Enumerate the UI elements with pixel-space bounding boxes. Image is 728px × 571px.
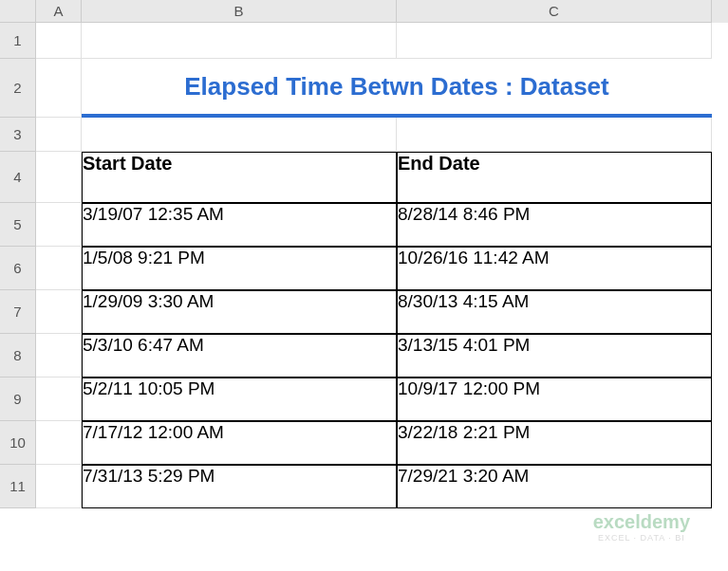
cell-c1[interactable] <box>397 23 712 59</box>
select-all-corner[interactable] <box>0 0 36 23</box>
column-header-a[interactable]: A <box>36 0 82 23</box>
row-header-10[interactable]: 10 <box>0 421 36 465</box>
cell-start-6[interactable]: 1/5/08 9:21 PM <box>82 247 397 290</box>
cell-end-10[interactable]: 3/22/18 2:21 PM <box>397 421 712 465</box>
cell-start-10[interactable]: 7/17/12 12:00 AM <box>82 421 397 465</box>
cell-a10[interactable] <box>36 421 82 465</box>
row-header-6[interactable]: 6 <box>0 247 36 290</box>
row-header-2[interactable]: 2 <box>0 59 36 118</box>
row-8: 5/3/10 6:47 AM 3/13/15 4:01 PM <box>36 334 728 378</box>
row-9: 5/2/11 10:05 PM 10/9/17 12:00 PM <box>36 378 728 421</box>
cell-start-11[interactable]: 7/31/13 5:29 PM <box>82 465 397 508</box>
header-start-date[interactable]: Start Date <box>82 152 397 203</box>
grid-body: 1 2 3 4 5 6 7 8 9 10 11 Elapsed Time Bet… <box>0 23 728 571</box>
row-header-5[interactable]: 5 <box>0 203 36 247</box>
column-header-b[interactable]: B <box>82 0 397 23</box>
row-header-11[interactable]: 11 <box>0 465 36 508</box>
cell-start-8[interactable]: 5/3/10 6:47 AM <box>82 334 397 378</box>
spreadsheet: A B C 1 2 3 4 5 6 7 8 9 10 11 Elapsed Ti <box>0 0 728 571</box>
column-header-c[interactable]: C <box>397 0 712 23</box>
row-1 <box>36 23 728 59</box>
cell-end-7[interactable]: 8/30/13 4:15 AM <box>397 290 712 334</box>
cell-a5[interactable] <box>36 203 82 247</box>
cell-b1[interactable] <box>82 23 397 59</box>
cells-area: Elapsed Time Betwn Dates : Dataset Start… <box>36 23 728 571</box>
cell-c3[interactable] <box>397 118 712 152</box>
row-7: 1/29/09 3:30 AM 8/30/13 4:15 AM <box>36 290 728 334</box>
row-5: 3/19/07 12:35 AM 8/28/14 8:46 PM <box>36 203 728 247</box>
row-header-4[interactable]: 4 <box>0 152 36 203</box>
cell-end-11[interactable]: 7/29/21 3:20 AM <box>397 465 712 508</box>
cell-a8[interactable] <box>36 334 82 378</box>
row-header-9[interactable]: 9 <box>0 378 36 421</box>
row-3 <box>36 118 728 152</box>
cell-a3[interactable] <box>36 118 82 152</box>
cell-a4[interactable] <box>36 152 82 203</box>
row-header-3[interactable]: 3 <box>0 118 36 152</box>
title-cell[interactable]: Elapsed Time Betwn Dates : Dataset <box>82 59 712 118</box>
cell-end-6[interactable]: 10/26/16 11:42 AM <box>397 247 712 290</box>
cell-b3[interactable] <box>82 118 397 152</box>
cell-a1[interactable] <box>36 23 82 59</box>
header-end-date[interactable]: End Date <box>397 152 712 203</box>
cell-start-9[interactable]: 5/2/11 10:05 PM <box>82 378 397 421</box>
cell-end-9[interactable]: 10/9/17 12:00 PM <box>397 378 712 421</box>
row-10: 7/17/12 12:00 AM 3/22/18 2:21 PM <box>36 421 728 465</box>
cell-a11[interactable] <box>36 465 82 508</box>
row-11: 7/31/13 5:29 PM 7/29/21 3:20 AM <box>36 465 728 508</box>
cell-start-7[interactable]: 1/29/09 3:30 AM <box>82 290 397 334</box>
row-header-1[interactable]: 1 <box>0 23 36 59</box>
cell-a6[interactable] <box>36 247 82 290</box>
cell-start-5[interactable]: 3/19/07 12:35 AM <box>82 203 397 247</box>
cell-a9[interactable] <box>36 378 82 421</box>
cell-a7[interactable] <box>36 290 82 334</box>
column-headers: A B C <box>0 0 728 23</box>
row-header-8[interactable]: 8 <box>0 334 36 378</box>
row-headers: 1 2 3 4 5 6 7 8 9 10 11 <box>0 23 36 571</box>
row-6: 1/5/08 9:21 PM 10/26/16 11:42 AM <box>36 247 728 290</box>
cell-end-8[interactable]: 3/13/15 4:01 PM <box>397 334 712 378</box>
row-header-7[interactable]: 7 <box>0 290 36 334</box>
row-4: Start Date End Date <box>36 152 728 203</box>
cell-end-5[interactable]: 8/28/14 8:46 PM <box>397 203 712 247</box>
row-2: Elapsed Time Betwn Dates : Dataset <box>36 59 728 118</box>
cell-a2[interactable] <box>36 59 82 118</box>
